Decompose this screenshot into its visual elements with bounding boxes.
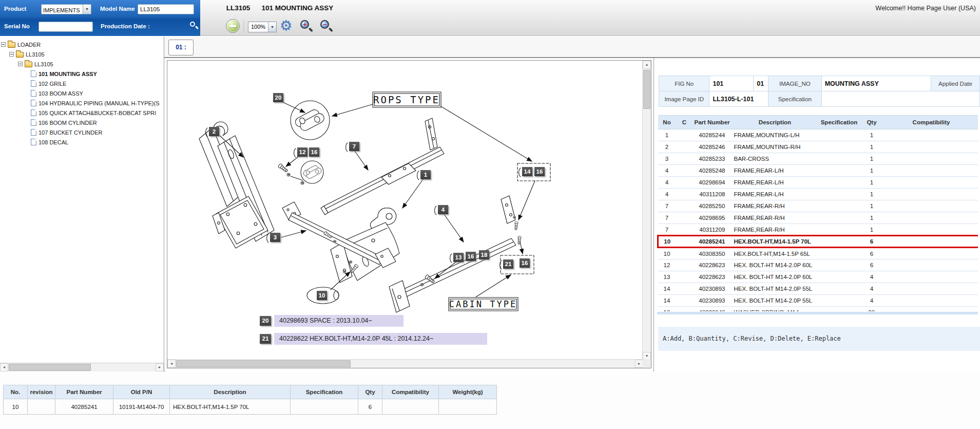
tree-node-105-quick-attach[interactable]: 105 QUICK ATTACH&BUCKET-BOBCAT SPRI bbox=[0, 108, 164, 118]
product-select-value: IMPLEMENTS bbox=[42, 5, 83, 14]
callout-badge-14[interactable]: 14 bbox=[522, 167, 532, 176]
diagram-horizontal-scrollbar[interactable]: ◄ ► bbox=[167, 359, 643, 368]
table-row[interactable]: 740285250FRAME,REAR-R/H1 bbox=[658, 200, 978, 212]
folder-icon bbox=[25, 62, 32, 67]
main-content: LOADER LL3105 LL3105 101 MOUNTING ASSY 1… bbox=[0, 36, 980, 371]
tab-image-01[interactable]: 01 : bbox=[168, 40, 194, 55]
callout-badge-7[interactable]: 7 bbox=[349, 142, 359, 151]
table-row[interactable]: 1240228623HEX. BOLT-HT M14-2.0P 60L6 bbox=[658, 259, 978, 271]
table-row[interactable]: 440311208FRAME,REAR-L/H1 bbox=[658, 189, 978, 200]
column-header: Qty bbox=[860, 116, 884, 129]
callout-badge-3[interactable]: 3 bbox=[270, 233, 280, 242]
scroll-left-icon[interactable]: ◄ bbox=[0, 363, 8, 371]
diagram-canvas[interactable]: ROPS TYPE CABIN TYPE 2021216711416431316… bbox=[167, 60, 651, 368]
image-page-id-value: LL3105-L-101 bbox=[709, 91, 768, 107]
scrollbar-thumb[interactable] bbox=[9, 364, 91, 371]
model-name-input[interactable] bbox=[138, 4, 194, 14]
gear-icon[interactable]: ⚙ bbox=[280, 17, 292, 34]
callout-badge-16[interactable]: 16 bbox=[520, 258, 530, 268]
callout-badge-16[interactable]: 16 bbox=[466, 252, 476, 261]
callout-badge-4[interactable]: 4 bbox=[438, 205, 448, 214]
tree-node-101-mounting-assy[interactable]: 101 MOUNTING ASSY bbox=[0, 69, 164, 79]
zoom-level-value: 100% bbox=[248, 22, 268, 32]
model-name-label: Model Name bbox=[100, 6, 135, 12]
scroll-right-icon[interactable]: ► bbox=[156, 363, 164, 371]
column-header: revision bbox=[28, 385, 55, 399]
column-header: Qty bbox=[358, 385, 382, 399]
callout-badge-21[interactable]: 21 bbox=[503, 259, 513, 269]
tree-node-ll3105-sub[interactable]: LL3105 bbox=[0, 59, 164, 69]
figure-info-table: FIG No 101 01 IMAGE_NO MOUNTING ASSY App… bbox=[659, 76, 980, 107]
tree-node-108-decal[interactable]: 108 DECAL bbox=[0, 137, 164, 147]
diagram-vertical-scrollbar[interactable]: ▲ ▼ bbox=[642, 61, 651, 360]
tree-expander-icon[interactable] bbox=[1, 42, 6, 47]
tree-node-ll3105[interactable]: LL3105 bbox=[0, 49, 164, 59]
scrollbar-thumb[interactable] bbox=[176, 360, 351, 367]
column-header: Old P/N bbox=[113, 385, 170, 399]
column-header: Specification bbox=[819, 116, 860, 129]
search-icon[interactable] bbox=[189, 21, 199, 30]
chevron-down-icon[interactable]: ▼ bbox=[83, 5, 91, 14]
column-header: Part Number bbox=[693, 116, 732, 129]
scroll-up-icon[interactable]: ▲ bbox=[643, 61, 651, 69]
tree-node-103-boom-assy[interactable]: 103 BOOM ASSY bbox=[0, 88, 164, 98]
table-row[interactable]: 1040308350HEX.BOLT-HT,M14-1.5P 65L6 bbox=[658, 248, 978, 259]
image-no-label: IMAGE_NO bbox=[768, 76, 821, 91]
table-row[interactable]: 1640228643WASHER-SPRING, M1420 bbox=[658, 307, 978, 312]
table-row[interactable]: 440298694FRAME,REAR-L/H1 bbox=[658, 177, 978, 189]
callout-badge-13[interactable]: 13 bbox=[453, 253, 464, 262]
table-row[interactable]: 1040285241HEX.BOLT-HT,M14-1.5P 70L6 bbox=[658, 236, 978, 248]
table-row[interactable]: 1340228623HEX. BOLT-HT M14-2.0P 60L4 bbox=[658, 271, 978, 283]
column-header: Description bbox=[732, 116, 819, 129]
table-row[interactable]: 1440230893HEX. BOLT-HT M14-2.0P 55L4 bbox=[658, 283, 978, 295]
fig-sub-value: 01 bbox=[754, 76, 768, 91]
table-row[interactable]: 340285233BAR-CROSS1 bbox=[658, 153, 978, 165]
tree-node-104-hydraulic-piping[interactable]: 104 HYDRAULIC PIPING (MANUAL H-TYPE)(S bbox=[0, 98, 164, 108]
tree-node-102-grile[interactable]: 102 GRILE bbox=[0, 79, 164, 88]
tree-node-loader[interactable]: LOADER bbox=[0, 40, 164, 49]
callout-badge-1[interactable]: 1 bbox=[420, 170, 431, 179]
tree-expander-icon[interactable] bbox=[18, 62, 23, 66]
serial-no-label: Serial No bbox=[4, 23, 30, 29]
callout-badge-2[interactable]: 2 bbox=[209, 127, 219, 136]
callout-badge-12[interactable]: 12 bbox=[297, 147, 308, 157]
tree-horizontal-scrollbar[interactable]: ◄ ► bbox=[0, 363, 164, 371]
callout-badge-20[interactable]: 20 bbox=[273, 93, 283, 102]
fig-no-value: 101 bbox=[709, 76, 754, 91]
applied-date-label: Applied Date bbox=[931, 76, 979, 91]
note-text: 40228622 HEX.BOLT-HT,M14-2.0P 45L : 2014… bbox=[274, 333, 487, 345]
table-row[interactable]: 740298695FRAME,REAR-R/H1 bbox=[658, 212, 978, 224]
tree-expander-icon[interactable] bbox=[9, 52, 14, 57]
callout-badge-16[interactable]: 16 bbox=[309, 147, 319, 157]
scroll-left-icon[interactable]: ◄ bbox=[167, 360, 176, 368]
column-header: C bbox=[676, 116, 693, 129]
callout-badge-10[interactable]: 10 bbox=[317, 291, 327, 300]
chevron-down-icon[interactable]: ▼ bbox=[268, 22, 276, 32]
serial-no-input[interactable] bbox=[39, 22, 93, 32]
table-row[interactable]: 1440230893HEX. BOLT-HT M14-2.0P 55L4 bbox=[658, 295, 978, 307]
image-tab-strip: 01 : bbox=[164, 37, 980, 58]
zoom-in-button[interactable]: + bbox=[300, 20, 314, 33]
table-row[interactable]: 240285246FRAME,MOUNTING-R/H1 bbox=[658, 141, 978, 153]
tree-node-106-boom-cylinder[interactable]: 106 BOOM CYLINDER bbox=[0, 118, 164, 127]
table-row[interactable]: 104028524110191-M1404-70HEX.BOLT-HT,M14-… bbox=[4, 399, 497, 415]
table-row[interactable]: 140285244FRAME,MOUNTING-L/H1 bbox=[658, 129, 978, 141]
column-header: Weight(kg) bbox=[439, 385, 497, 399]
model-tree-panel: LOADER LL3105 LL3105 101 MOUNTING ASSY 1… bbox=[0, 36, 164, 371]
welcome-text: Welcome!! Home Page User (USA) bbox=[875, 5, 976, 12]
callout-badge-16[interactable]: 16 bbox=[534, 167, 545, 176]
note-badge: 20 bbox=[260, 316, 271, 326]
zoom-out-button[interactable]: − bbox=[320, 20, 334, 33]
table-row[interactable]: 740311209FRAME,REAR-R/H1 bbox=[658, 224, 978, 236]
table-row[interactable]: 440285248FRAME,REAR-L/H1 bbox=[658, 165, 978, 177]
parts-info-panel: FIG No 101 01 IMAGE_NO MOUNTING ASSY App… bbox=[654, 58, 980, 371]
zoom-level-select[interactable]: 100% ▼ bbox=[248, 22, 277, 32]
product-select[interactable]: IMPLEMENTS ▼ bbox=[41, 4, 91, 14]
tree-node-107-bucket-cylinder[interactable]: 107 BUCKET CYLINDER bbox=[0, 127, 164, 137]
collapse-minus-button[interactable] bbox=[226, 19, 240, 33]
title-assembly: 101 MOUNTING ASSY bbox=[261, 4, 333, 12]
scrollbar-thumb[interactable] bbox=[643, 70, 650, 109]
specification-value bbox=[821, 91, 979, 107]
image-page-id-label: Image Page ID bbox=[659, 91, 709, 107]
callout-badge-18[interactable]: 18 bbox=[479, 250, 489, 259]
